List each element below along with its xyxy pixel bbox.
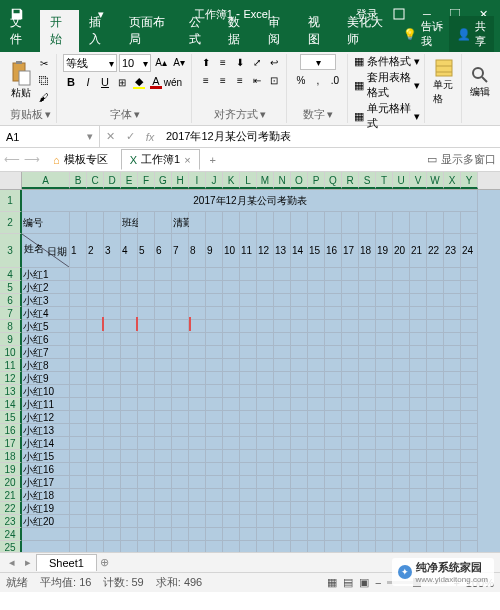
column-header[interactable]: R xyxy=(342,172,359,189)
cell[interactable] xyxy=(172,320,189,333)
cell[interactable] xyxy=(138,398,155,411)
tab-workbook[interactable]: X工作簿1× xyxy=(121,149,200,170)
cell[interactable] xyxy=(444,541,461,552)
cell[interactable] xyxy=(410,502,427,515)
cell[interactable] xyxy=(206,333,223,346)
cell[interactable] xyxy=(87,502,104,515)
row-header[interactable]: 24 xyxy=(0,528,22,541)
cell[interactable] xyxy=(427,411,444,424)
column-header[interactable]: Q xyxy=(325,172,342,189)
cell[interactable] xyxy=(342,502,359,515)
number-format-combo[interactable]: ▾ xyxy=(300,54,336,70)
cell[interactable] xyxy=(359,346,376,359)
cell[interactable] xyxy=(104,450,121,463)
cell[interactable] xyxy=(104,320,121,333)
cell[interactable] xyxy=(410,268,427,281)
cell[interactable] xyxy=(342,333,359,346)
cell[interactable] xyxy=(308,502,325,515)
font-color-button[interactable]: A xyxy=(148,74,164,90)
cell[interactable] xyxy=(121,424,138,437)
cell[interactable] xyxy=(444,320,461,333)
cell[interactable] xyxy=(70,307,87,320)
cell[interactable] xyxy=(172,476,189,489)
cell[interactable] xyxy=(274,372,291,385)
cell[interactable] xyxy=(189,385,206,398)
cell[interactable] xyxy=(155,541,172,552)
tab-data[interactable]: 数据 xyxy=(218,10,258,52)
cell[interactable]: 清勤 xyxy=(172,212,189,234)
cell[interactable] xyxy=(461,346,478,359)
cell[interactable] xyxy=(104,489,121,502)
cell[interactable] xyxy=(189,359,206,372)
column-header[interactable]: H xyxy=(172,172,189,189)
cell[interactable] xyxy=(461,437,478,450)
cell[interactable] xyxy=(359,333,376,346)
view-pagebreak-icon[interactable]: ▣ xyxy=(359,576,369,589)
cell[interactable] xyxy=(240,424,257,437)
cell[interactable] xyxy=(155,307,172,320)
cell[interactable] xyxy=(172,515,189,528)
cell[interactable] xyxy=(274,385,291,398)
cell[interactable] xyxy=(189,268,206,281)
row-header[interactable]: 11 xyxy=(0,359,22,372)
cell[interactable] xyxy=(172,398,189,411)
cell[interactable] xyxy=(70,463,87,476)
multi-window-icon[interactable]: ▭ xyxy=(427,153,437,166)
cell[interactable] xyxy=(121,346,138,359)
cell[interactable] xyxy=(257,346,274,359)
cell[interactable] xyxy=(291,333,308,346)
cell[interactable] xyxy=(172,411,189,424)
cell[interactable] xyxy=(223,411,240,424)
cell[interactable] xyxy=(206,463,223,476)
cell[interactable] xyxy=(121,294,138,307)
cell[interactable] xyxy=(138,450,155,463)
cell[interactable] xyxy=(461,541,478,552)
cell[interactable] xyxy=(274,346,291,359)
row-header[interactable]: 7 xyxy=(0,307,22,320)
cell[interactable] xyxy=(461,372,478,385)
row-header[interactable]: 5 xyxy=(0,281,22,294)
cell[interactable] xyxy=(104,541,121,552)
cell[interactable] xyxy=(444,411,461,424)
cell[interactable] xyxy=(121,281,138,294)
cell[interactable] xyxy=(308,424,325,437)
cell[interactable] xyxy=(189,528,206,541)
cell[interactable] xyxy=(87,541,104,552)
cell[interactable] xyxy=(308,294,325,307)
cell[interactable] xyxy=(155,346,172,359)
cell[interactable] xyxy=(325,268,342,281)
cell[interactable] xyxy=(257,320,274,333)
cell[interactable] xyxy=(240,281,257,294)
cell[interactable] xyxy=(325,528,342,541)
cell[interactable] xyxy=(138,463,155,476)
cell[interactable] xyxy=(274,515,291,528)
cell[interactable] xyxy=(257,424,274,437)
cell[interactable] xyxy=(393,294,410,307)
cell[interactable] xyxy=(308,437,325,450)
cell[interactable]: 小红6 xyxy=(22,333,70,346)
cond-format-button[interactable]: ▦条件格式▾ xyxy=(354,54,420,69)
cell[interactable] xyxy=(393,320,410,333)
cell[interactable] xyxy=(87,424,104,437)
cell[interactable] xyxy=(342,528,359,541)
align-top-icon[interactable]: ⬆ xyxy=(198,54,214,70)
cell[interactable]: 21 xyxy=(410,234,427,268)
cell[interactable] xyxy=(427,528,444,541)
border-button[interactable]: ⊞ xyxy=(114,74,130,90)
cell[interactable] xyxy=(70,294,87,307)
cell[interactable] xyxy=(70,515,87,528)
column-header[interactable]: Y xyxy=(461,172,478,189)
cell[interactable] xyxy=(291,281,308,294)
cell[interactable] xyxy=(342,385,359,398)
cell[interactable] xyxy=(325,515,342,528)
cell[interactable] xyxy=(206,385,223,398)
cell[interactable]: 编号 xyxy=(22,212,70,234)
fx-enter-icon[interactable]: ✓ xyxy=(120,126,140,147)
zoom-out-icon[interactable]: − xyxy=(375,577,381,589)
column-header[interactable]: A xyxy=(22,172,70,189)
cell[interactable]: 小红12 xyxy=(22,411,70,424)
cell[interactable] xyxy=(172,385,189,398)
cell[interactable] xyxy=(461,411,478,424)
cell[interactable]: 4 xyxy=(121,234,138,268)
cell[interactable] xyxy=(461,515,478,528)
